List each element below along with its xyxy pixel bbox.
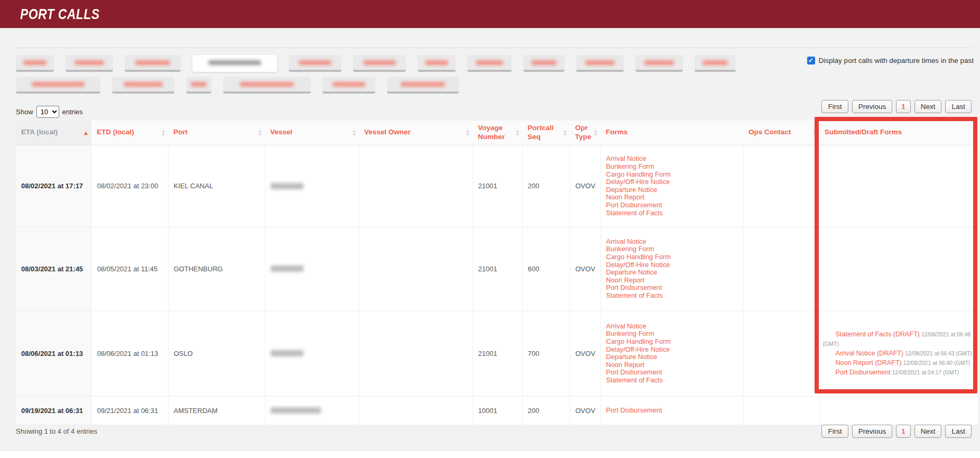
column-header-eta-local[interactable]: ETA (local)▲	[16, 121, 91, 145]
column-header-forms: Forms	[600, 121, 743, 145]
form-link-arrival-notice[interactable]: Arrival Notice	[606, 323, 738, 331]
tab-redacted[interactable]	[66, 55, 113, 72]
tab-redacted[interactable]	[125, 55, 181, 72]
form-link-statement-of-facts[interactable]: Statement of Facts	[606, 292, 738, 300]
submitted-form-entry: Statement of Facts (DRAFT) 12/08/2021 at…	[823, 329, 974, 349]
column-header-port[interactable]: Port▲▼	[168, 121, 265, 145]
tab-redacted[interactable]	[289, 55, 341, 72]
form-link-departure-notice[interactable]: Departure Notice	[606, 186, 738, 194]
form-link-arrival-notice[interactable]: Arrival Notice	[606, 155, 738, 163]
tab-redacted[interactable]	[112, 77, 174, 94]
cell-port: GOTHENBURG	[168, 227, 265, 310]
form-link-noon-report[interactable]: Noon Report	[606, 277, 738, 285]
form-link-delay-off-hire-notice[interactable]: Delay/Off-Hire Notice	[606, 178, 738, 186]
tab-redacted[interactable]	[186, 77, 211, 94]
previous-page-button[interactable]: Previous	[852, 425, 893, 438]
column-header-opr-type[interactable]: Opr Type▲▼	[570, 121, 600, 145]
tab-redacted[interactable]	[695, 55, 736, 72]
submitted-form-link-noon-report-draft[interactable]: Noon Report (DRAFT)	[836, 359, 902, 367]
tab-redacted[interactable]	[16, 77, 100, 94]
submitted-form-link-statement-of-facts-draft[interactable]: Statement of Facts (DRAFT)	[836, 331, 920, 338]
column-header-etd-local[interactable]: ETD (local)▲▼	[91, 121, 168, 145]
entries-select[interactable]: 10	[36, 106, 59, 118]
redacted-tab-label	[240, 82, 294, 87]
form-link-cargo-handling-form[interactable]: Cargo Handling Form	[606, 338, 738, 346]
cell-forms: Port Disbursement	[600, 396, 743, 425]
vessel-name-redacted	[271, 407, 321, 414]
tab-bar	[16, 55, 814, 98]
length-menu: Show 10 entries	[16, 106, 83, 118]
tab-redacted[interactable]	[387, 77, 459, 94]
column-header-ops-contact[interactable]: Ops Contact▲▼	[743, 121, 819, 145]
column-header-voyage-number[interactable]: Voyage Number▲▼	[473, 121, 522, 145]
cell-portcall-seq: 700	[522, 310, 570, 396]
sort-both-icon: ▲▼	[466, 129, 470, 136]
next-page-button[interactable]: Next	[914, 100, 942, 113]
form-link-bunkering-form[interactable]: Bunkering Form	[606, 330, 738, 338]
form-link-statement-of-facts[interactable]: Statement of Facts	[606, 209, 738, 217]
form-link-port-disbursement[interactable]: Port Disbursement	[606, 407, 738, 415]
previous-page-button[interactable]: Previous	[852, 100, 893, 113]
column-header-vessel-owner[interactable]: Vessel Owner▲▼	[359, 121, 473, 145]
tab-redacted[interactable]	[576, 55, 624, 72]
form-link-port-disbursement[interactable]: Port Disbursement	[606, 201, 738, 209]
cell-opr-type: OVOV	[570, 310, 600, 396]
form-link-arrival-notice[interactable]: Arrival Notice	[606, 238, 738, 246]
tab-redacted[interactable]	[16, 55, 54, 72]
form-link-delay-off-hire-notice[interactable]: Delay/Off-Hire Notice	[606, 346, 738, 354]
column-header-label: Vessel Owner	[364, 128, 411, 136]
submitted-form-timestamp: 12/08/2021 at 06:43 (GMT)	[903, 350, 972, 356]
divider-line	[16, 48, 973, 48]
tab-redacted[interactable]	[418, 55, 456, 72]
submitted-form-link-arrival-notice-draft[interactable]: Arrival Notice (DRAFT)	[836, 350, 904, 357]
column-header-vessel[interactable]: Vessel▲▼	[265, 121, 359, 145]
cell-opr-type: OVOV	[570, 145, 600, 227]
last-page-button[interactable]: Last	[945, 425, 972, 438]
last-page-button[interactable]: Last	[945, 100, 972, 113]
cell-etd: 08/05/2021 at 11:45	[91, 227, 168, 310]
cell-portcall-seq: 600	[522, 227, 570, 310]
form-link-delay-off-hire-notice[interactable]: Delay/Off-Hire Notice	[606, 261, 738, 269]
first-page-button[interactable]: First	[821, 425, 848, 438]
tab-redacted[interactable]	[353, 55, 406, 72]
column-header-label: ETA (local)	[21, 128, 58, 136]
tab-redacted[interactable]	[467, 55, 512, 72]
tab-redacted[interactable]	[523, 55, 565, 72]
submitted-form-link-port-disbursement[interactable]: Port Disbursement	[836, 369, 891, 376]
submitted-form-entry: Port Disbursement 12/08/2021 at 04:17 (G…	[823, 368, 974, 377]
sort-ascending-icon: ▲	[83, 130, 89, 135]
first-page-button[interactable]: First	[821, 100, 848, 113]
form-link-departure-notice[interactable]: Departure Notice	[606, 269, 738, 277]
form-link-cargo-handling-form[interactable]: Cargo Handling Form	[606, 171, 738, 179]
tab-redacted[interactable]	[635, 55, 683, 72]
form-link-bunkering-form[interactable]: Bunkering Form	[606, 245, 738, 253]
form-link-port-disbursement[interactable]: Port Disbursement	[606, 284, 738, 292]
form-link-departure-notice[interactable]: Departure Notice	[606, 353, 738, 361]
next-page-button[interactable]: Next	[914, 425, 942, 438]
cell-eta: 09/19/2021 at 06:31	[16, 396, 91, 425]
form-link-port-disbursement[interactable]: Port Disbursement	[606, 369, 738, 377]
tab-active-redacted[interactable]	[192, 55, 277, 72]
form-link-noon-report[interactable]: Noon Report	[606, 194, 738, 201]
column-header-label: Forms	[606, 128, 627, 136]
form-link-bunkering-form[interactable]: Bunkering Form	[606, 163, 738, 171]
show-label: Show	[16, 108, 33, 116]
tab-redacted[interactable]	[223, 77, 311, 94]
vessel-name-redacted	[271, 183, 303, 189]
cell-eta: 08/02/2021 at 17:17	[16, 145, 91, 227]
cell-portcall-seq: 200	[522, 145, 570, 227]
form-link-cargo-handling-form[interactable]: Cargo Handling Form	[606, 253, 738, 261]
tab-redacted[interactable]	[322, 77, 375, 94]
form-link-statement-of-facts[interactable]: Statement of Facts	[606, 377, 738, 384]
column-header-label: Ops Contact	[748, 128, 791, 136]
departure-filter-checkbox[interactable]: ✓	[807, 57, 815, 65]
page-number-button[interactable]: 1	[896, 425, 911, 438]
column-header-label: ETD (local)	[97, 128, 134, 136]
column-header-portcall-seq[interactable]: Portcall Seq▲▼	[522, 121, 570, 145]
page-number-button[interactable]: 1	[896, 100, 911, 113]
form-link-noon-report[interactable]: Noon Report	[606, 361, 738, 369]
redacted-tab-label	[585, 60, 615, 65]
departure-filter: ✓ Display port calls with departure time…	[807, 57, 974, 65]
cell-submitted-draft-forms	[819, 396, 978, 425]
table-row: 08/03/2021 at 21:4508/05/2021 at 11:45GO…	[16, 227, 978, 310]
